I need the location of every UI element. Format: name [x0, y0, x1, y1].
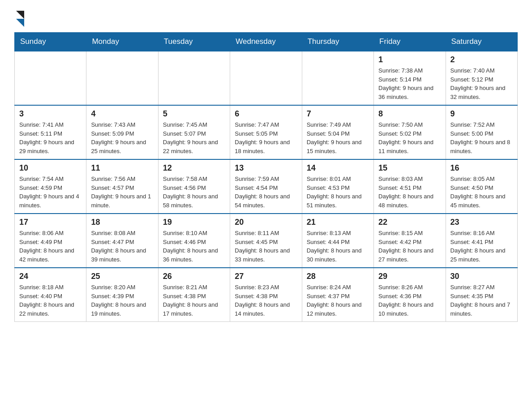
day-number: 12 [163, 163, 225, 173]
calendar-cell: 8Sunrise: 7:50 AM Sunset: 5:02 PM Daylig… [374, 105, 446, 159]
day-info: Sunrise: 7:49 AM Sunset: 5:04 PM Dayligh… [307, 120, 369, 155]
calendar-cell: 25Sunrise: 8:20 AM Sunset: 4:39 PM Dayli… [86, 268, 158, 322]
day-number: 19 [163, 218, 225, 227]
col-header-saturday: Saturday [446, 33, 517, 51]
day-info: Sunrise: 8:24 AM Sunset: 4:37 PM Dayligh… [307, 283, 369, 318]
col-header-thursday: Thursday [302, 33, 373, 51]
calendar-cell: 4Sunrise: 7:43 AM Sunset: 5:09 PM Daylig… [86, 105, 158, 159]
calendar-cell: 29Sunrise: 8:26 AM Sunset: 4:36 PM Dayli… [374, 268, 446, 322]
day-number: 23 [450, 218, 513, 227]
day-info: Sunrise: 8:13 AM Sunset: 4:44 PM Dayligh… [307, 229, 369, 264]
calendar-cell: 28Sunrise: 8:24 AM Sunset: 4:37 PM Dayli… [302, 268, 373, 322]
day-info: Sunrise: 7:58 AM Sunset: 4:56 PM Dayligh… [163, 175, 225, 210]
calendar-cell: 10Sunrise: 7:54 AM Sunset: 4:59 PM Dayli… [15, 159, 86, 214]
calendar-cell [158, 51, 230, 105]
calendar-cell [230, 51, 302, 105]
day-info: Sunrise: 7:50 AM Sunset: 5:02 PM Dayligh… [378, 120, 441, 155]
day-info: Sunrise: 7:52 AM Sunset: 5:00 PM Dayligh… [450, 120, 513, 155]
day-number: 30 [450, 272, 513, 281]
day-number: 1 [378, 55, 441, 64]
day-number: 2 [450, 55, 513, 64]
day-info: Sunrise: 8:23 AM Sunset: 4:38 PM Dayligh… [235, 283, 297, 318]
calendar-cell: 17Sunrise: 8:06 AM Sunset: 4:49 PM Dayli… [15, 214, 86, 268]
day-number: 20 [235, 218, 297, 227]
col-header-tuesday: Tuesday [158, 33, 230, 51]
col-header-friday: Friday [374, 33, 446, 51]
day-info: Sunrise: 8:20 AM Sunset: 4:39 PM Dayligh… [91, 283, 153, 318]
week-row-1: 1Sunrise: 7:38 AM Sunset: 5:14 PM Daylig… [15, 51, 518, 105]
day-number: 21 [307, 218, 369, 227]
calendar-cell: 23Sunrise: 8:16 AM Sunset: 4:41 PM Dayli… [446, 214, 517, 268]
day-info: Sunrise: 8:01 AM Sunset: 4:53 PM Dayligh… [307, 175, 369, 210]
calendar-cell: 1Sunrise: 7:38 AM Sunset: 5:14 PM Daylig… [374, 51, 446, 105]
page-header [14, 11, 518, 27]
logo [14, 11, 24, 27]
day-number: 29 [378, 272, 441, 281]
calendar-cell: 7Sunrise: 7:49 AM Sunset: 5:04 PM Daylig… [302, 105, 373, 159]
calendar-cell: 16Sunrise: 8:05 AM Sunset: 4:50 PM Dayli… [446, 159, 517, 214]
day-number: 22 [378, 218, 441, 227]
calendar-cell: 19Sunrise: 8:10 AM Sunset: 4:46 PM Dayli… [158, 214, 230, 268]
calendar-cell: 27Sunrise: 8:23 AM Sunset: 4:38 PM Dayli… [230, 268, 302, 322]
calendar-cell: 20Sunrise: 8:11 AM Sunset: 4:45 PM Dayli… [230, 214, 302, 268]
day-number: 3 [19, 109, 82, 119]
day-info: Sunrise: 7:43 AM Sunset: 5:09 PM Dayligh… [91, 120, 153, 155]
calendar-cell: 22Sunrise: 8:15 AM Sunset: 4:42 PM Dayli… [374, 214, 446, 268]
day-info: Sunrise: 8:15 AM Sunset: 4:42 PM Dayligh… [378, 229, 441, 264]
col-header-monday: Monday [86, 33, 158, 51]
calendar-cell: 26Sunrise: 8:21 AM Sunset: 4:38 PM Dayli… [158, 268, 230, 322]
day-info: Sunrise: 8:08 AM Sunset: 4:47 PM Dayligh… [91, 229, 153, 264]
day-number: 6 [235, 109, 297, 119]
calendar-cell [15, 51, 86, 105]
day-info: Sunrise: 7:47 AM Sunset: 5:05 PM Dayligh… [235, 120, 297, 155]
week-row-2: 3Sunrise: 7:41 AM Sunset: 5:11 PM Daylig… [15, 105, 518, 159]
day-number: 14 [307, 163, 369, 173]
day-info: Sunrise: 8:21 AM Sunset: 4:38 PM Dayligh… [163, 283, 225, 318]
calendar-cell: 3Sunrise: 7:41 AM Sunset: 5:11 PM Daylig… [15, 105, 86, 159]
day-number: 9 [450, 109, 513, 119]
day-info: Sunrise: 7:54 AM Sunset: 4:59 PM Dayligh… [19, 175, 82, 210]
day-info: Sunrise: 8:11 AM Sunset: 4:45 PM Dayligh… [235, 229, 297, 264]
day-number: 4 [91, 109, 153, 119]
day-number: 25 [91, 272, 153, 281]
day-number: 15 [378, 163, 441, 173]
calendar-cell: 13Sunrise: 7:59 AM Sunset: 4:54 PM Dayli… [230, 159, 302, 214]
day-info: Sunrise: 8:03 AM Sunset: 4:51 PM Dayligh… [378, 175, 441, 210]
day-info: Sunrise: 7:59 AM Sunset: 4:54 PM Dayligh… [235, 175, 297, 210]
calendar-cell [302, 51, 373, 105]
day-info: Sunrise: 8:18 AM Sunset: 4:40 PM Dayligh… [19, 283, 82, 318]
day-info: Sunrise: 8:27 AM Sunset: 4:35 PM Dayligh… [450, 283, 513, 318]
day-number: 5 [163, 109, 225, 119]
week-row-5: 24Sunrise: 8:18 AM Sunset: 4:40 PM Dayli… [15, 268, 518, 322]
day-info: Sunrise: 8:26 AM Sunset: 4:36 PM Dayligh… [378, 283, 441, 318]
calendar-cell: 30Sunrise: 8:27 AM Sunset: 4:35 PM Dayli… [446, 268, 517, 322]
col-header-wednesday: Wednesday [230, 33, 302, 51]
day-number: 7 [307, 109, 369, 119]
day-number: 24 [19, 272, 82, 281]
calendar-cell: 24Sunrise: 8:18 AM Sunset: 4:40 PM Dayli… [15, 268, 86, 322]
day-info: Sunrise: 8:10 AM Sunset: 4:46 PM Dayligh… [163, 229, 225, 264]
logo-line1 [14, 11, 24, 19]
day-number: 11 [91, 163, 153, 173]
calendar-cell: 11Sunrise: 7:56 AM Sunset: 4:57 PM Dayli… [86, 159, 158, 214]
day-number: 17 [19, 218, 82, 227]
day-info: Sunrise: 7:40 AM Sunset: 5:12 PM Dayligh… [450, 66, 513, 101]
calendar-cell: 12Sunrise: 7:58 AM Sunset: 4:56 PM Dayli… [158, 159, 230, 214]
calendar-cell: 5Sunrise: 7:45 AM Sunset: 5:07 PM Daylig… [158, 105, 230, 159]
day-number: 18 [91, 218, 153, 227]
calendar-header-row: SundayMondayTuesdayWednesdayThursdayFrid… [15, 33, 518, 51]
day-info: Sunrise: 8:06 AM Sunset: 4:49 PM Dayligh… [19, 229, 82, 264]
logo-line2 [14, 19, 24, 27]
day-info: Sunrise: 7:38 AM Sunset: 5:14 PM Dayligh… [378, 66, 441, 101]
week-row-4: 17Sunrise: 8:06 AM Sunset: 4:49 PM Dayli… [15, 214, 518, 268]
calendar-cell: 6Sunrise: 7:47 AM Sunset: 5:05 PM Daylig… [230, 105, 302, 159]
day-info: Sunrise: 8:16 AM Sunset: 4:41 PM Dayligh… [450, 229, 513, 264]
calendar-table: SundayMondayTuesdayWednesdayThursdayFrid… [14, 32, 518, 322]
day-number: 28 [307, 272, 369, 281]
calendar-cell: 21Sunrise: 8:13 AM Sunset: 4:44 PM Dayli… [302, 214, 373, 268]
calendar-cell: 18Sunrise: 8:08 AM Sunset: 4:47 PM Dayli… [86, 214, 158, 268]
calendar-cell: 2Sunrise: 7:40 AM Sunset: 5:12 PM Daylig… [446, 51, 517, 105]
day-info: Sunrise: 7:41 AM Sunset: 5:11 PM Dayligh… [19, 120, 82, 155]
week-row-3: 10Sunrise: 7:54 AM Sunset: 4:59 PM Dayli… [15, 159, 518, 214]
calendar-cell: 14Sunrise: 8:01 AM Sunset: 4:53 PM Dayli… [302, 159, 373, 214]
